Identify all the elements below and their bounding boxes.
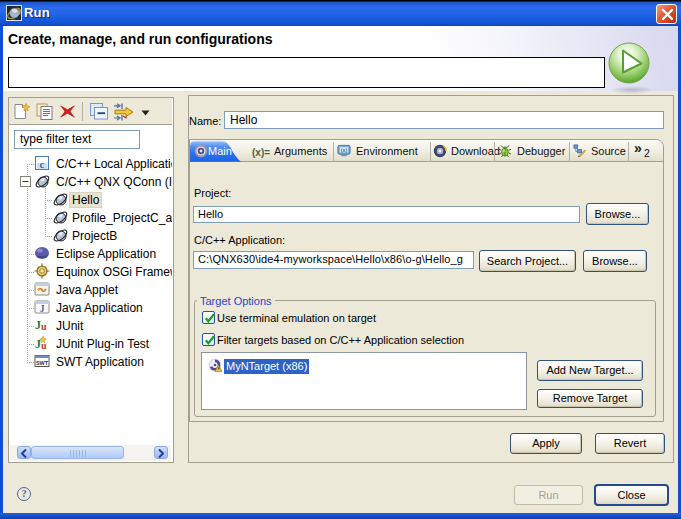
svg-text:J: J bbox=[40, 304, 45, 314]
svg-text:u: u bbox=[41, 321, 47, 332]
svg-text:SWT: SWT bbox=[36, 360, 49, 366]
svg-text:(x): (x) bbox=[341, 147, 348, 153]
svg-text:c: c bbox=[40, 158, 45, 170]
